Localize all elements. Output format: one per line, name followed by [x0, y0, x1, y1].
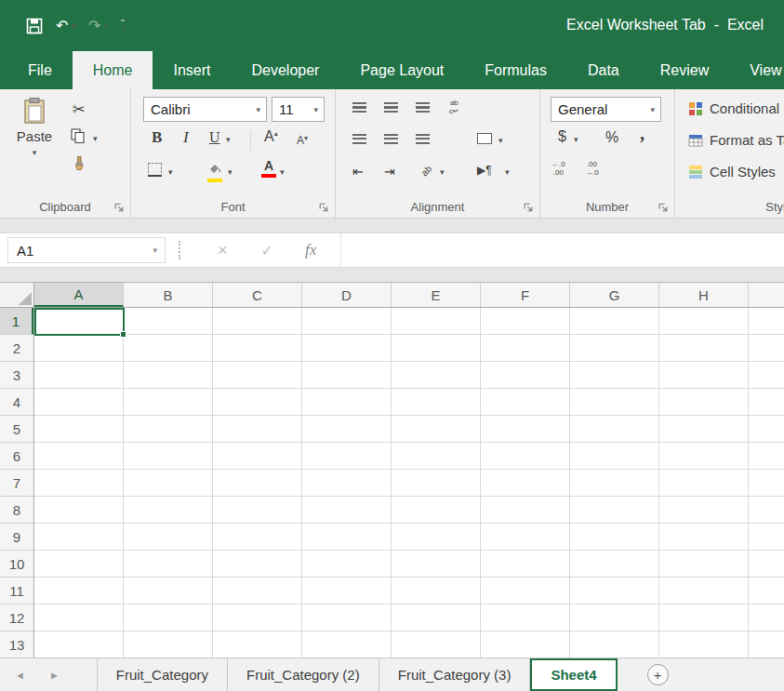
ribbon-tab-file[interactable]: File: [7, 51, 73, 89]
cell-grid[interactable]: [34, 308, 784, 658]
column-header-d[interactable]: D: [302, 283, 392, 307]
borders-button[interactable]: [148, 163, 162, 177]
ribbon-tab-formulas[interactable]: Formulas: [464, 51, 567, 89]
middle-align-button[interactable]: [384, 102, 398, 113]
ribbon-tab-review[interactable]: Review: [640, 51, 729, 89]
wrap-text-button[interactable]: ab c↵: [449, 99, 459, 115]
column-header-c[interactable]: C: [213, 283, 302, 307]
font-name-combo[interactable]: Calibri ▾: [143, 97, 267, 122]
undo-caret-icon[interactable]: ▾: [71, 21, 75, 31]
insert-function-button[interactable]: fx: [305, 241, 316, 259]
decrease-decimal-button[interactable]: .00 →.0: [585, 160, 599, 177]
ribbon-tab-insert[interactable]: Insert: [153, 51, 231, 89]
underline-caret-icon[interactable]: ▾: [226, 135, 231, 144]
align-right-button[interactable]: [416, 134, 430, 144]
fill-color-caret-icon[interactable]: ▾: [228, 167, 233, 177]
increase-decimal-button[interactable]: ←.0 .00: [551, 160, 565, 177]
row-header-11[interactable]: 11: [0, 578, 33, 605]
column-header-partial[interactable]: [749, 283, 784, 307]
next-sheet-icon[interactable]: ►: [49, 670, 60, 681]
row-header-8[interactable]: 8: [0, 497, 33, 524]
column-header-b[interactable]: B: [124, 283, 213, 307]
font-color-caret-icon[interactable]: ▾: [280, 167, 285, 177]
sheet-tab-sheet4[interactable]: Sheet4: [530, 658, 617, 691]
row-header-6[interactable]: 6: [0, 443, 33, 470]
percent-style-button[interactable]: %: [605, 129, 618, 146]
bold-button[interactable]: B: [152, 128, 162, 147]
underline-button[interactable]: U: [209, 129, 220, 146]
sheet-tab-fruit-category-2[interactable]: Fruit_Category (2): [228, 658, 379, 691]
undo-button[interactable]: ↶ ▾: [56, 17, 75, 34]
ribbon-tab-home[interactable]: Home: [73, 51, 153, 89]
row-header-13[interactable]: 13: [0, 631, 33, 658]
cell-styles-button[interactable]: Cell Styles: [688, 164, 776, 179]
number-dialog-launcher[interactable]: [658, 201, 670, 213]
font-color-button[interactable]: A: [261, 159, 276, 178]
center-button[interactable]: [384, 134, 398, 144]
row-header-7[interactable]: 7: [0, 470, 33, 497]
formula-input[interactable]: [340, 233, 784, 267]
formula-bar-resize-handle[interactable]: [179, 241, 180, 259]
column-header-a[interactable]: A: [34, 283, 124, 307]
top-align-button[interactable]: [352, 102, 366, 113]
borders-caret-icon[interactable]: ▾: [168, 167, 173, 177]
row-header-4[interactable]: 4: [0, 389, 33, 416]
copy-button[interactable]: [71, 128, 86, 148]
sheet-tab-fruit-category[interactable]: Fruit_Category: [97, 658, 228, 691]
row-header-10[interactable]: 10: [0, 551, 33, 578]
alignment-dialog-launcher[interactable]: [523, 201, 535, 213]
format-as-table-button[interactable]: Format as Table: [688, 132, 784, 148]
bottom-align-button[interactable]: [416, 102, 430, 113]
row-header-3[interactable]: 3: [0, 362, 33, 389]
align-left-button[interactable]: [352, 134, 366, 144]
orientation-button[interactable]: ab: [419, 164, 434, 179]
font-dialog-launcher[interactable]: [318, 201, 330, 213]
paste-button[interactable]: Paste ▾: [9, 97, 60, 157]
cut-button[interactable]: ✂: [73, 100, 85, 118]
font-size-combo[interactable]: 11 ▾: [272, 97, 325, 122]
column-header-h[interactable]: H: [659, 283, 749, 307]
orientation-caret-icon[interactable]: ▾: [440, 167, 445, 177]
customize-qat-button[interactable]: ▾: [121, 20, 126, 32]
fill-handle[interactable]: [120, 331, 126, 338]
row-header-1[interactable]: 1: [0, 308, 33, 335]
increase-indent-button[interactable]: ⇥: [384, 164, 395, 179]
name-box-caret-icon[interactable]: ▾: [153, 246, 165, 255]
text-direction-button[interactable]: ▶¶: [477, 164, 492, 177]
fill-color-button[interactable]: [207, 161, 222, 182]
row-header-12[interactable]: 12: [0, 605, 33, 631]
column-header-g[interactable]: G: [570, 283, 659, 307]
column-header-f[interactable]: F: [481, 283, 570, 307]
merge-center-caret-icon[interactable]: ▾: [498, 136, 503, 145]
ribbon-tab-developer[interactable]: Developer: [231, 51, 339, 89]
enter-button[interactable]: ✓: [261, 242, 273, 259]
copy-caret-icon[interactable]: ▾: [93, 134, 98, 143]
ribbon-tab-page-layout[interactable]: Page Layout: [339, 51, 464, 89]
row-header-5[interactable]: 5: [0, 416, 33, 443]
conditional-formatting-button[interactable]: Conditional Formatting: [688, 100, 784, 116]
italic-button[interactable]: I: [183, 128, 189, 147]
column-header-e[interactable]: E: [392, 283, 481, 307]
save-icon[interactable]: [26, 18, 43, 34]
comma-style-button[interactable]: ,: [640, 123, 644, 144]
row-header-2[interactable]: 2: [0, 335, 33, 362]
format-painter-button[interactable]: [72, 156, 86, 175]
new-sheet-button[interactable]: +: [647, 664, 669, 685]
redo-button[interactable]: ↷ ▾: [88, 17, 108, 34]
sheet-tab-fruit-category-3[interactable]: Fruit_Category (3): [379, 658, 531, 691]
name-box[interactable]: A1 ▾: [7, 237, 166, 263]
row-header-9[interactable]: 9: [0, 524, 33, 551]
select-all-corner[interactable]: [0, 283, 34, 308]
selection-box[interactable]: [34, 308, 125, 336]
ribbon-tab-data[interactable]: Data: [567, 51, 640, 89]
currency-button[interactable]: $: [558, 128, 566, 145]
decrease-indent-button[interactable]: ⇤: [352, 164, 364, 179]
merge-center-button[interactable]: [477, 133, 492, 144]
previous-sheet-icon[interactable]: ◄: [15, 670, 25, 681]
cancel-button[interactable]: ×: [218, 241, 228, 260]
currency-caret-icon[interactable]: ▾: [574, 135, 578, 144]
clipboard-dialog-launcher[interactable]: [113, 201, 126, 213]
ribbon-tab-view[interactable]: View: [729, 51, 784, 89]
decrease-font-size-button[interactable]: A▾: [297, 131, 308, 148]
increase-font-size-button[interactable]: A▴: [264, 128, 278, 145]
